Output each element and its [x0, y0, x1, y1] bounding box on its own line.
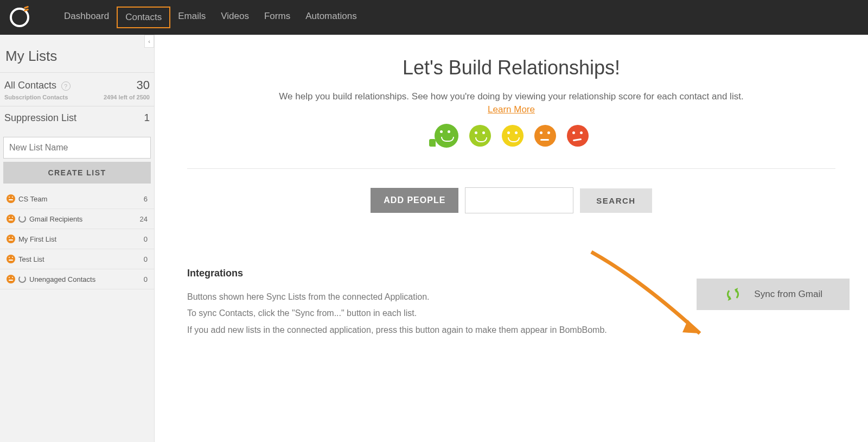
integrations-section: Integrations Buttons shown here Sync Lis… [187, 268, 835, 338]
create-list-button[interactable]: CREATE LIST [3, 162, 151, 184]
search-button[interactable]: SEARCH [580, 188, 652, 213]
contacts-remaining: 2494 left of 2500 [104, 94, 150, 100]
list-item-label: Test List [18, 255, 144, 263]
face-icon-meh[interactable] [534, 125, 556, 147]
search-input[interactable] [465, 187, 573, 213]
relationship-score-faces [187, 124, 835, 148]
integrations-title: Integrations [187, 268, 835, 279]
list-item-count: 0 [144, 235, 148, 243]
new-list-input[interactable] [3, 137, 151, 159]
hero-subtitle: We help you build relationships. See how… [187, 91, 835, 102]
learn-more-link[interactable]: Learn More [187, 104, 835, 115]
nav-item-forms[interactable]: Forms [257, 7, 298, 28]
sidebar-title: My Lists [0, 35, 154, 72]
face-icon [7, 275, 15, 283]
spinner-icon [18, 215, 26, 223]
list-item-label: Unengaged Contacts [29, 275, 144, 283]
navbar: DashboardContactsEmailsVideosFormsAutoma… [0, 0, 868, 35]
logo-icon[interactable] [10, 8, 29, 27]
face-icon [7, 235, 15, 243]
subscription-contacts-label: Subscription Contacts [4, 94, 68, 100]
collapse-sidebar-button[interactable]: ‹ [144, 35, 154, 48]
all-contacts-count: 30 [137, 78, 150, 92]
face-icon [7, 255, 15, 263]
add-people-button[interactable]: ADD PEOPLE [371, 188, 458, 213]
nav-item-dashboard[interactable]: Dashboard [56, 7, 117, 28]
face-icon [7, 194, 15, 203]
sync-from-gmail-button[interactable]: Sync from Gmail [697, 279, 850, 310]
divider [187, 168, 835, 169]
all-contacts-label: All Contacts [4, 80, 56, 91]
nav-item-contacts[interactable]: Contacts [117, 7, 170, 28]
sync-button-label: Sync from Gmail [754, 289, 822, 300]
nav-item-emails[interactable]: Emails [170, 7, 213, 28]
face-icon-good[interactable] [469, 125, 491, 147]
spinner-icon [18, 275, 26, 283]
sidebar: ‹ My Lists All Contacts ? 30 Subscriptio… [0, 35, 155, 442]
nav-item-automations[interactable]: Automations [298, 7, 365, 28]
nav-item-videos[interactable]: Videos [213, 7, 257, 28]
list-item-count: 6 [144, 195, 148, 203]
face-icon [7, 214, 15, 223]
list-item[interactable]: Unengaged Contacts0 [0, 269, 154, 289]
integrations-line3: If you add new lists in the connected ap… [187, 322, 835, 338]
search-row: ADD PEOPLE SEARCH [187, 187, 835, 213]
list-item[interactable]: Gmail Recipients24 [0, 209, 154, 229]
thumbs-up-icon [429, 139, 436, 147]
all-contacts-block[interactable]: All Contacts ? 30 Subscription Contacts … [0, 72, 154, 106]
list-item[interactable]: Test List0 [0, 249, 154, 269]
hero-title: Let's Build Relationships! [187, 56, 835, 79]
face-icon-great[interactable] [435, 124, 458, 148]
list-item-count: 0 [144, 255, 148, 263]
face-icon-bad[interactable] [567, 125, 589, 147]
list-item-label: My First List [18, 235, 144, 243]
main-content: Let's Build Relationships! We help you b… [155, 35, 868, 442]
list-item[interactable]: My First List0 [0, 229, 154, 249]
nav-items: DashboardContactsEmailsVideosFormsAutoma… [56, 7, 365, 28]
list-item[interactable]: CS Team6 [0, 189, 154, 209]
list-item-count: 0 [144, 275, 148, 283]
list-item-count: 24 [140, 215, 148, 223]
suppression-label: Suppression List [4, 112, 76, 124]
suppression-list-block[interactable]: Suppression List 1 [0, 106, 154, 129]
sync-icon [727, 288, 739, 300]
suppression-count: 1 [144, 112, 150, 124]
face-icon-ok[interactable] [502, 125, 524, 147]
help-icon[interactable]: ? [61, 81, 71, 91]
list-item-label: Gmail Recipients [29, 215, 140, 223]
list-items: CS Team6Gmail Recipients24My First List0… [0, 189, 154, 289]
list-item-label: CS Team [18, 195, 144, 203]
